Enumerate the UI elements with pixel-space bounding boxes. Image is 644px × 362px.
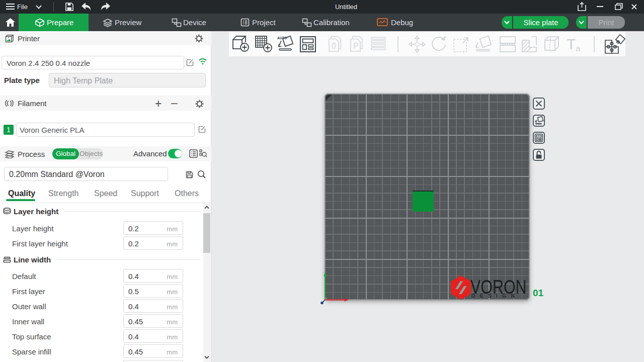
svg-text:T: T (567, 36, 576, 52)
svg-text:0: 0 (332, 42, 336, 50)
svg-text:P: P (353, 42, 359, 50)
svg-text:a: a (576, 44, 581, 53)
